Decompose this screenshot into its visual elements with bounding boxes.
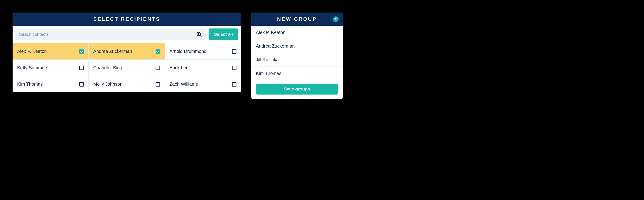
svg-line-2	[200, 35, 202, 37]
recipients-toolbar: Select all	[12, 26, 241, 43]
search-icon[interactable]	[196, 31, 202, 37]
group-title: NEW GROUP	[277, 16, 317, 22]
group-member-item[interactable]: Andrea Zuckerman	[251, 39, 343, 53]
group-count-badge: 2	[333, 16, 338, 22]
contact-checkbox[interactable]	[156, 66, 160, 70]
contact-cell[interactable]: Andrea Zuckerman	[89, 43, 165, 59]
contact-cell[interactable]: Erick Lee	[165, 59, 241, 76]
contacts-grid: Alex P. KeatonAndrea ZuckermanArnold Dru…	[12, 43, 241, 92]
contact-cell[interactable]: Alex P. Keaton	[12, 43, 89, 59]
contact-name: Kim Thomas	[17, 82, 43, 87]
group-header: NEW GROUP 2	[251, 12, 343, 26]
contact-checkbox[interactable]	[156, 82, 160, 87]
contact-name: Arnold Drummond	[170, 49, 206, 54]
group-member-item[interactable]: Kim Thomas	[251, 67, 343, 80]
select-recipients-card: SELECT RECIPIENTS Select all Alex P. Kea…	[12, 12, 241, 92]
contact-name: Molly Johnson	[93, 82, 122, 87]
contact-checkbox[interactable]	[79, 82, 84, 87]
contact-cell[interactable]: Arnold Drummond	[165, 43, 241, 59]
contact-name: Alex P. Keaton	[17, 49, 47, 54]
contact-name: Chandler Bing	[93, 65, 122, 70]
contact-cell[interactable]: Chandler Bing	[89, 59, 165, 76]
svg-point-1	[198, 33, 200, 35]
search-input[interactable]	[19, 32, 196, 37]
contact-cell[interactable]: Buffy Summers	[12, 59, 89, 76]
contact-checkbox[interactable]	[156, 49, 160, 54]
contact-checkbox[interactable]	[79, 49, 84, 54]
group-footer: Save groups	[251, 80, 343, 99]
recipients-header: SELECT RECIPIENTS	[12, 12, 241, 26]
group-members-list: Alex P. KeatonAndrea ZuckermanJill Ruzic…	[251, 26, 343, 80]
contact-name: Andrea Zuckerman	[93, 49, 132, 54]
contact-checkbox[interactable]	[79, 66, 84, 70]
new-group-card: NEW GROUP 2 Alex P. KeatonAndrea Zuckerm…	[251, 12, 343, 99]
contact-cell[interactable]: Zach Williams	[165, 76, 241, 92]
contact-name: Buffy Summers	[17, 65, 48, 70]
group-member-item[interactable]: Jill Ruzicka	[251, 53, 343, 67]
recipients-title: SELECT RECIPIENTS	[94, 16, 160, 22]
contact-checkbox[interactable]	[232, 66, 236, 70]
search-field-wrap[interactable]	[15, 28, 206, 40]
contact-name: Zach Williams	[170, 82, 198, 87]
contact-checkbox[interactable]	[232, 49, 236, 54]
group-member-item[interactable]: Alex P. Keaton	[251, 26, 343, 39]
select-all-button[interactable]: Select all	[208, 28, 238, 40]
save-groups-button[interactable]: Save groups	[256, 84, 338, 95]
contact-cell[interactable]: Molly Johnson	[89, 76, 165, 92]
contact-name: Erick Lee	[170, 65, 188, 70]
contact-cell[interactable]: Kim Thomas	[12, 76, 89, 92]
contact-checkbox[interactable]	[232, 82, 236, 87]
